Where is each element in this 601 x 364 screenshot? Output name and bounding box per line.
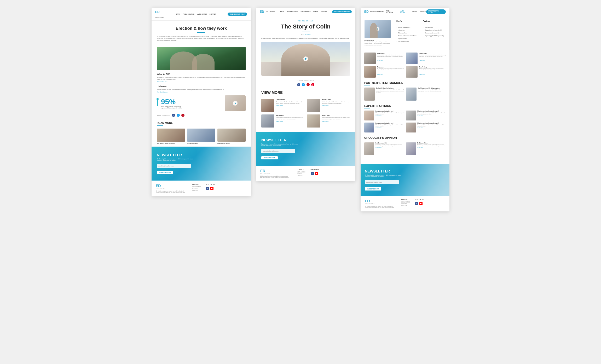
newsletter-btn[interactable]: SUBSCRIBE NOW <box>157 171 173 174</box>
page2-play-btn[interactable] <box>303 56 308 61</box>
footer-fb-3[interactable]: f <box>415 202 418 205</box>
mega-plink-3[interactable]: Discover erotic sensitivity <box>423 32 444 34</box>
footer-fb-1[interactable]: f <box>206 187 209 190</box>
page3-expert-underline <box>364 108 370 108</box>
page1-title: Erection & how they work <box>157 26 246 31</box>
mega-link-3[interactable]: Tobacco effects <box>396 32 417 34</box>
footer-fb-2[interactable]: f <box>311 172 314 175</box>
page3-uro-content-1: Dr. J Francesca Sist A urologist is a sp… <box>375 142 404 155</box>
stat-percent-wrap: 95% Nearly all men over age 18 are likel… <box>161 98 187 109</box>
rm-caption-2: ED treatments options <box>187 143 215 144</box>
footer-link-cookies-3[interactable]: COOKIES <box>401 203 410 205</box>
read-more-title: READ MORE <box>157 122 246 124</box>
page3-story-link-3[interactable]: LEARN MORE <box>377 74 383 75</box>
logo-page2: ED SOLUTIONS <box>260 9 275 14</box>
page-1: ED SOLUTIONS BRAIN FIND A SOLUTION LIVIN… <box>152 8 251 196</box>
page1-section1-link[interactable]: Understanding ED > <box>157 81 246 83</box>
page2-story-link-4[interactable]: LEARN MORE <box>322 121 350 122</box>
nav-cta-page1[interactable]: FREE PROGRAM TODAY <box>228 13 247 16</box>
page2-share-yt[interactable]: ▶ <box>311 83 314 86</box>
footer-link-careers-1[interactable]: CAREERS <box>192 190 201 191</box>
page2-story-img-1 <box>261 99 274 112</box>
stat-icon <box>157 100 158 106</box>
footer-link-cookies-1[interactable]: COOKIES <box>192 188 201 189</box>
page2-footer: ED SOLUTIONS ED Solutions helps men arou… <box>256 166 355 181</box>
page3-content: Colin's story My name is Colin Wright an… <box>361 50 449 161</box>
page2-underline <box>302 32 310 32</box>
mega-partner-title: Partner <box>423 20 444 22</box>
mega-featured: COLIN BITTER Colin Wright has been publi… <box>365 20 391 46</box>
page2-story-img-2 <box>307 99 320 112</box>
page2-share-tw[interactable]: t <box>302 83 305 86</box>
page1-stat-section: 95% Nearly all men over age 18 are likel… <box>157 95 246 111</box>
page3-story-link-2[interactable]: LEARN MORE <box>419 60 425 61</box>
page1-newsletter: NEWSLETTER By choosing this newsletter y… <box>152 147 251 181</box>
page1-hero-text: It's not easy to talk about erectile dys… <box>157 35 246 42</box>
mega-plink-2[interactable]: Supporting a partner with ED <box>423 29 444 31</box>
mega-link-4[interactable]: Poor or understand disc offense <box>396 35 417 37</box>
share-facebook[interactable]: f <box>172 114 175 117</box>
footer-contact-lbl-2: CONTACT <box>297 169 305 170</box>
nav-cta-page3[interactable]: FREE PROGRAM TODAY <box>426 9 446 14</box>
nav-cta-page2[interactable]: FREE PROGRAM TODAY <box>332 10 352 13</box>
mega-link-6[interactable]: Talk to your partner <box>396 41 417 42</box>
newsletter-subtitle-3: By choosing this newsletter you are able… <box>365 174 401 177</box>
share-pinterest[interactable]: p <box>181 114 184 117</box>
footer-yt-1[interactable]: ▶ <box>210 187 213 190</box>
page3-exp-link-4[interactable]: LEARN MORE <box>417 128 446 129</box>
footer-yt-3[interactable]: ▶ <box>419 202 423 205</box>
page2-share-fb[interactable]: f <box>297 83 300 86</box>
footer-link-careers-3[interactable]: CAREERS <box>401 205 410 206</box>
page3-story-link-1[interactable]: LEARN MORE <box>377 60 383 61</box>
page1-section2-link[interactable]: More about diabetes > <box>157 91 246 93</box>
read-more-underline <box>157 125 163 126</box>
footer-link-cookies-2[interactable]: COOKIES <box>297 173 305 175</box>
mega-link-5[interactable]: Physical ability <box>396 38 417 39</box>
footer-link-legal-3[interactable]: LEGAL NOTICE <box>401 201 410 203</box>
newsletter-title: NEWSLETTER <box>157 153 246 157</box>
footer-link-careers-2[interactable]: CAREERS <box>297 175 305 176</box>
mega-plink-4[interactable]: Supersimply for fulfilling sexuality <box>423 35 444 37</box>
page3-story-content-2: Blair's story The first time I heard abo… <box>419 53 446 64</box>
newsletter-btn-2[interactable]: SUBSCRIBE NOW <box>261 156 278 159</box>
page3-stories: Colin's story My name is Colin Wright an… <box>364 53 446 78</box>
page3-uro-title: UROLOGIST'S OPINION <box>364 136 446 139</box>
newsletter-input[interactable] <box>157 164 191 168</box>
page2-author: BY BY ED SOLUS <box>256 34 355 36</box>
page3-exp-link-2[interactable]: LEARN MORE <box>417 115 446 117</box>
newsletter-input-2[interactable] <box>261 149 295 153</box>
footer-col-contact-2: CONTACT LEGAL NOTICE COOKIES CAREERS <box>297 169 305 177</box>
mega-link-2[interactable]: Indiscretion <box>396 29 417 31</box>
page3-uro-link-2[interactable]: LEARN MORE <box>417 147 446 148</box>
page3-exp-link-1[interactable]: LEARN MORE <box>375 115 404 117</box>
page3-test-img-2 <box>406 88 417 101</box>
footer-link-legal-2[interactable]: LEGAL NOTICE <box>297 171 305 173</box>
footer-logo-1: ED SOLUTIONS ED Solutions helps men arou… <box>156 184 187 193</box>
mega-col-mens: Men's Browse management Indiscretion Tob… <box>396 20 417 46</box>
page3-footer: ED SOLUTIONS ED Solutions helps men arou… <box>361 196 449 211</box>
page3-uro-link-1[interactable]: LEARN MORE <box>375 147 404 148</box>
page2-story-link-1[interactable]: LEARN MORE <box>276 105 304 106</box>
footer-contact-lbl-1: CONTACT <box>192 184 201 185</box>
page2-story-3: Ray's story Being marketing began to me … <box>261 114 304 128</box>
footer-link-legal-1[interactable]: LEGAL NOTICE <box>192 186 201 188</box>
read-more-item-3: Getting the help you need <box>217 129 246 144</box>
mega-plink-1[interactable]: Talk about ED <box>423 26 444 28</box>
footer-desc-3: ED Solutions helps men around the world … <box>365 206 396 208</box>
newsletter-input-3[interactable] <box>365 180 399 184</box>
page2-share-pt[interactable]: p <box>307 83 310 86</box>
page3-story-link-4[interactable]: LEARN MORE <box>419 74 425 75</box>
share-twitter[interactable]: t <box>177 114 180 117</box>
page2-story-link-3[interactable]: LEARN MORE <box>276 121 304 122</box>
footer-follow-lbl-3: FOLLOW US <box>415 199 424 200</box>
stat-play-btn[interactable] <box>233 101 238 106</box>
mega-play-btn[interactable] <box>376 27 379 31</box>
page3-exp-link-3[interactable]: LEARN MORE <box>375 128 404 129</box>
page2-story-link-2[interactable]: LEARN MORE <box>322 105 350 106</box>
footer-yt-2[interactable]: ▶ <box>315 172 318 175</box>
mega-link-1[interactable]: Browse management <box>396 26 417 28</box>
page2-video <box>261 42 350 76</box>
nav-page1: ED SOLUTIONS BRAIN FIND A SOLUTION LIVIN… <box>152 8 251 21</box>
page2-share-icons: f t p ▶ <box>256 83 355 86</box>
newsletter-btn-3[interactable]: SUBSCRIBE NOW <box>365 187 381 190</box>
